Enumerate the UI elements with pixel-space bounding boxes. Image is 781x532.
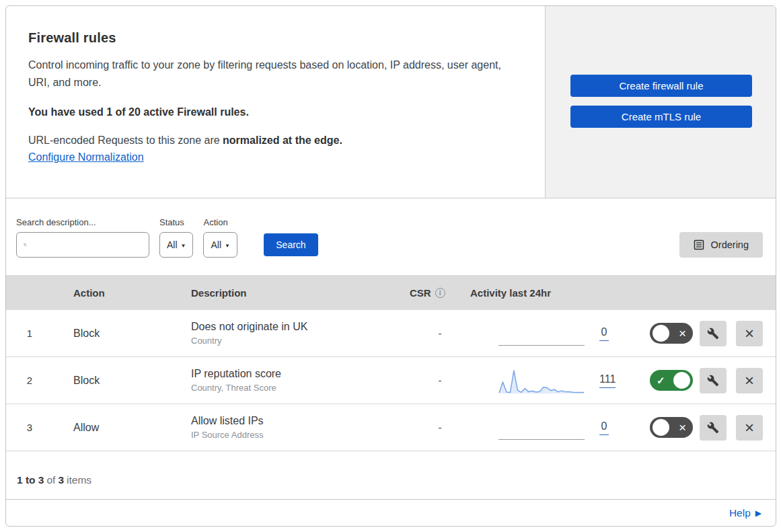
table-header: Action Description CSR i Activity last 2…: [6, 275, 776, 310]
table-row: 3 Allow Allow listed IPs IP Source Addre…: [6, 404, 776, 451]
help-link[interactable]: Help ▶: [729, 507, 761, 519]
action-label: Action: [203, 217, 237, 227]
usage-summary: You have used 1 of 20 active Firewall ru…: [28, 106, 518, 118]
pagination-status: 1 to 3 of 3 items: [6, 451, 776, 500]
arrow-right-icon: ▶: [755, 508, 761, 518]
activity-count-link[interactable]: 111: [599, 373, 616, 388]
toggle-state-icon: [653, 375, 669, 386]
normalization-note: URL-encoded Requests to this zone are no…: [28, 135, 518, 147]
close-icon: ×: [745, 373, 754, 389]
description-column-header: Description: [191, 287, 410, 299]
search-input[interactable]: [27, 233, 149, 257]
table-row: 2 Block IP reputation score Country, Thr…: [6, 357, 776, 404]
wrench-icon: [707, 422, 719, 434]
pagination-items: items: [67, 474, 91, 486]
page-title: Firewall rules: [28, 30, 518, 46]
status-dropdown[interactable]: All ▼: [159, 232, 193, 258]
rule-enable-toggle[interactable]: [650, 370, 693, 391]
info-icon[interactable]: i: [435, 288, 445, 298]
rule-description-cell: Does not originate in UK Country: [191, 321, 410, 346]
action-column-header: Action: [73, 287, 191, 299]
rule-csr: -: [410, 375, 470, 386]
rule-csr: -: [410, 422, 470, 433]
rule-enable-toggle[interactable]: [650, 417, 693, 438]
ordering-button[interactable]: Ordering: [679, 232, 763, 258]
overview-text: Firewall rules Control incoming traffic …: [6, 6, 545, 198]
rule-description-cell: IP reputation score Country, Threat Scor…: [191, 368, 410, 393]
action-dropdown-value: All: [211, 239, 221, 250]
page-description: Control incoming traffic to your zone by…: [28, 56, 513, 91]
list-document-icon: [694, 239, 704, 250]
activity-column-header: Activity last 24hr: [470, 287, 776, 299]
delete-rule-button[interactable]: ×: [736, 415, 763, 441]
delete-rule-button[interactable]: ×: [736, 321, 763, 346]
csr-header-label: CSR: [410, 287, 431, 299]
rule-action: Allow: [73, 422, 191, 434]
toggle-knob: [653, 419, 669, 436]
rule-activity-cell: 111 ×: [470, 365, 776, 396]
pagination-of: of: [46, 474, 55, 486]
rule-action: Block: [73, 328, 191, 340]
table-row: 1 Block Does not originate in UK Country…: [6, 310, 776, 357]
pagination-range: 1 to 3: [17, 474, 44, 486]
edit-rule-button[interactable]: [700, 368, 727, 393]
chevron-down-icon: ▼: [225, 243, 230, 249]
activity-sparkline: [498, 365, 585, 396]
rule-description: IP reputation score: [191, 368, 410, 380]
chevron-down-icon: ▼: [181, 243, 186, 249]
rule-fields: Country, Threat Score: [191, 383, 410, 393]
rule-priority: 3: [6, 422, 53, 433]
help-bar: Help ▶: [6, 500, 776, 526]
toggle-knob: [653, 325, 669, 342]
search-button[interactable]: Search: [264, 233, 318, 256]
firewall-rules-card: Firewall rules Control incoming traffic …: [5, 5, 776, 527]
activity-count-link[interactable]: 0: [599, 326, 609, 341]
delete-rule-button[interactable]: ×: [736, 368, 763, 393]
activity-sparkline-empty: [498, 412, 585, 443]
wrench-icon: [707, 328, 719, 340]
toggle-knob: [673, 372, 690, 389]
rule-description: Allow listed IPs: [191, 415, 410, 427]
help-link-label: Help: [729, 507, 751, 519]
activity-count-link[interactable]: 0: [599, 420, 609, 435]
action-group: Action All ▼: [203, 217, 237, 258]
rule-priority: 2: [6, 375, 53, 386]
create-mtls-rule-button[interactable]: Create mTLS rule: [570, 106, 752, 128]
close-icon: ×: [745, 326, 754, 342]
pagination-total: 3: [58, 474, 64, 486]
edit-rule-button[interactable]: [700, 321, 727, 346]
rule-activity-cell: 0 ×: [470, 412, 776, 443]
edit-rule-button[interactable]: [700, 415, 727, 441]
activity-sparkline-empty: [498, 318, 585, 349]
search-box: [16, 232, 149, 258]
rule-fields: IP Source Address: [191, 430, 410, 440]
close-icon: ×: [745, 420, 754, 436]
search-label: Search description...: [16, 217, 149, 227]
rule-priority: 1: [6, 328, 53, 339]
create-firewall-rule-button[interactable]: Create firewall rule: [570, 75, 752, 97]
search-group: Search description...: [16, 217, 149, 258]
rule-activity-cell: 0 ×: [470, 318, 776, 349]
rule-description: Does not originate in UK: [191, 321, 410, 333]
rule-description-cell: Allow listed IPs IP Source Address: [191, 415, 410, 440]
rule-action: Block: [73, 375, 191, 387]
overview-section: Firewall rules Control incoming traffic …: [6, 6, 776, 198]
action-dropdown[interactable]: All ▼: [203, 232, 237, 258]
rule-enable-toggle[interactable]: [650, 323, 693, 344]
status-group: Status All ▼: [159, 217, 193, 258]
wrench-icon: [707, 375, 719, 387]
rule-csr: -: [410, 328, 470, 339]
normalization-note-bold: normalized at the edge.: [223, 135, 342, 146]
normalization-note-text: URL-encoded Requests to this zone are: [28, 135, 223, 146]
filter-bar: Search description... Status All ▼ Actio…: [6, 198, 776, 275]
ordering-button-label: Ordering: [711, 239, 749, 250]
toggle-state-icon: [675, 421, 690, 434]
csr-column-header: CSR i: [410, 287, 470, 299]
actions-panel: Create firewall rule Create mTLS rule: [545, 6, 776, 198]
configure-normalization-link[interactable]: Configure Normalization: [28, 151, 144, 163]
status-label: Status: [159, 217, 193, 227]
rule-fields: Country: [191, 336, 410, 346]
toggle-state-icon: [675, 327, 690, 340]
status-dropdown-value: All: [167, 239, 178, 250]
